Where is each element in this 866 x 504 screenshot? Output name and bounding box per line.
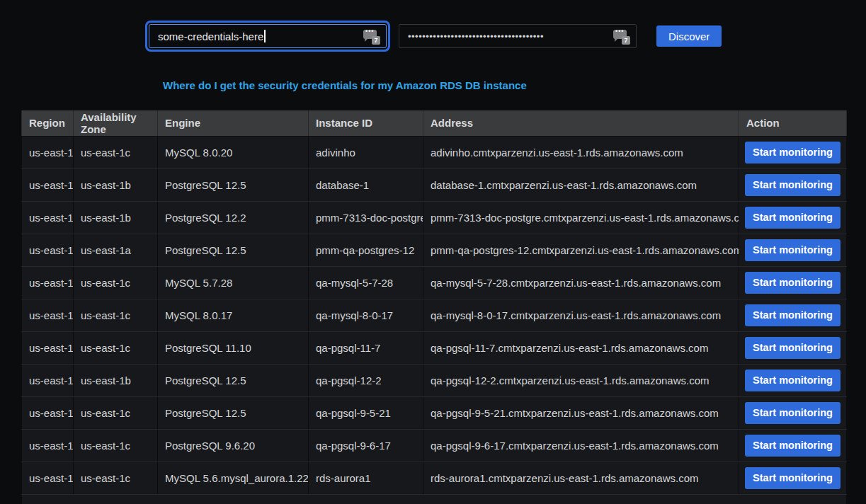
table-row: us-east-1 us-east-1c PostgreSQL 12.5 qa-… <box>22 396 847 429</box>
region-cell: us-east-1 <box>22 331 74 364</box>
start-monitoring-button[interactable]: Start monitoring <box>745 142 841 164</box>
instance-id-cell: qa-pgsql-9-6-17 <box>309 429 423 462</box>
engine-cell: PostgreSQL 11.10 <box>158 331 309 364</box>
engine-cell: MySQL 8.0.20 <box>158 136 309 168</box>
start-monitoring-button[interactable]: Start monitoring <box>745 239 841 261</box>
table-row: us-east-1 us-east-1c PostgreSQL 11.10 qa… <box>22 331 847 364</box>
action-cell: Start monitoring <box>739 136 847 168</box>
action-cell: Start monitoring <box>739 234 847 266</box>
availability-zone-cell: us-east-1a <box>74 234 158 266</box>
column-header-instance-id: Instance ID <box>309 110 423 136</box>
region-cell: us-east-1 <box>22 364 74 396</box>
availability-zone-cell: us-east-1c <box>74 299 158 331</box>
start-monitoring-button[interactable]: Start monitoring <box>745 304 841 326</box>
region-cell: us-east-1 <box>22 234 74 266</box>
availability-zone-cell: us-east-1b <box>74 168 158 201</box>
engine-cell: PostgreSQL 12.5 <box>158 234 309 266</box>
secret-key-input[interactable]: •••••••••••••••••••••••••••••••••••••• 7 <box>399 24 637 48</box>
secret-key-masked-value: •••••••••••••••••••••••••••••••••••••• <box>408 31 544 42</box>
address-cell: rds-aurora1.cmtxparzenzi.us-east-1.rds.a… <box>423 462 739 494</box>
rds-instances-table: Region Availability Zone Engine Instance… <box>21 110 847 504</box>
start-monitoring-button[interactable]: Start monitoring <box>745 337 841 359</box>
instance-id-cell: qa-mysql-8-0-17 <box>309 299 423 331</box>
engine-cell: PostgreSQL 12.5 <box>158 364 309 396</box>
instance-id-cell: adivinho <box>309 136 423 168</box>
action-cell: Start monitoring <box>739 201 847 234</box>
text-cursor <box>264 30 266 42</box>
instance-id-cell: qa-pgsql-12-2 <box>309 364 423 396</box>
start-monitoring-button[interactable]: Start monitoring <box>745 272 841 294</box>
rds-table-body: us-east-1 us-east-1c MySQL 8.0.20 adivin… <box>22 136 847 504</box>
address-cell: qa-pgsql-9-5-21.cmtxparzenzi.us-east-1.r… <box>423 396 739 429</box>
region-cell: us-east-1 <box>22 299 74 331</box>
autofill-extension-icon[interactable]: 7 <box>613 29 630 45</box>
availability-zone-cell: us-east-1b <box>74 364 158 396</box>
start-monitoring-button[interactable]: Start monitoring <box>745 435 841 457</box>
start-monitoring-button[interactable]: Start monitoring <box>745 370 841 391</box>
access-key-input[interactable]: some-credentials-here 7 <box>149 24 387 48</box>
table-row: us-east-1 us-east-1c PostgreSQL 9.6.20 q… <box>22 429 847 462</box>
instance-id-cell: pmm-7313-doc-postgre <box>309 201 423 234</box>
region-cell: us-east-1 <box>22 168 74 201</box>
table-row: us-east-1 us-east-1b PostgreSQL 12.5 qa-… <box>22 364 847 396</box>
action-cell: Start monitoring <box>739 429 847 462</box>
action-cell: Start monitoring <box>739 396 847 429</box>
address-cell: qa-mysql-8-0-17.cmtxparzenzi.us-east-1.r… <box>423 299 739 331</box>
action-cell: Start monitoring <box>739 168 847 201</box>
table-row: us-east-1 us-east-1b PostgreSQL 12.5 dat… <box>22 168 847 201</box>
access-key-value: some-credentials-here <box>158 30 263 42</box>
instance-id-cell: qa-pgsql-11-7 <box>309 331 423 364</box>
table-row: us-east-1 us-east-1b PostgreSQL 12.2 pmm… <box>22 201 847 234</box>
rds-discovery-page: some-credentials-here 7 ••••••••••••••••… <box>0 24 866 504</box>
instance-id-cell: qa-mysql-5-7-28 <box>309 266 423 299</box>
address-cell: qa-pgsql-9-6-17.cmtxparzenzi.us-east-1.r… <box>423 429 739 462</box>
availability-zone-cell: us-east-1c <box>74 462 158 494</box>
availability-zone-cell: us-east-1b <box>74 201 158 234</box>
partial-table-row <box>22 494 847 504</box>
table-row: us-east-1 us-east-1a PostgreSQL 12.5 pmm… <box>22 234 847 266</box>
table-row: us-east-1 us-east-1c MySQL 5.6.mysql_aur… <box>22 462 847 494</box>
address-cell: pmm-7313-doc-postgre.cmtxparzenzi.us-eas… <box>423 201 739 234</box>
credentials-help-link[interactable]: Where do I get the security credentials … <box>163 79 527 91</box>
availability-zone-cell: us-east-1c <box>74 266 158 299</box>
column-header-region: Region <box>22 110 74 136</box>
instance-id-cell: database-1 <box>309 168 423 201</box>
availability-zone-cell: us-east-1c <box>74 396 158 429</box>
region-cell: us-east-1 <box>22 136 74 168</box>
region-cell: us-east-1 <box>22 201 74 234</box>
engine-cell: PostgreSQL 12.5 <box>158 396 309 429</box>
discover-button[interactable]: Discover <box>656 25 722 47</box>
engine-cell: MySQL 5.6.mysql_aurora.1.22.2 <box>158 462 309 494</box>
address-cell: qa-mysql-5-7-28.cmtxparzenzi.us-east-1.r… <box>423 266 739 299</box>
address-cell: qa-pgsql-11-7.cmtxparzenzi.us-east-1.rds… <box>423 331 739 364</box>
address-cell: pmm-qa-postgres-12.cmtxparzenzi.us-east-… <box>423 234 739 266</box>
address-cell: database-1.cmtxparzenzi.us-east-1.rds.am… <box>423 168 739 201</box>
engine-cell: MySQL 5.7.28 <box>158 266 309 299</box>
engine-cell: PostgreSQL 12.2 <box>158 201 309 234</box>
start-monitoring-button[interactable]: Start monitoring <box>745 402 841 424</box>
action-cell: Start monitoring <box>739 266 847 299</box>
action-cell: Start monitoring <box>739 462 847 494</box>
start-monitoring-button[interactable]: Start monitoring <box>745 174 841 196</box>
column-header-engine: Engine <box>158 110 309 136</box>
start-monitoring-button[interactable]: Start monitoring <box>745 207 841 229</box>
start-monitoring-button[interactable]: Start monitoring <box>745 467 841 489</box>
action-cell: Start monitoring <box>739 364 847 396</box>
credentials-form: some-credentials-here 7 ••••••••••••••••… <box>149 24 866 48</box>
availability-zone-cell: us-east-1c <box>74 429 158 462</box>
engine-cell: PostgreSQL 12.5 <box>158 168 309 201</box>
table-row: us-east-1 us-east-1c MySQL 5.7.28 qa-mys… <box>22 266 847 299</box>
region-cell: us-east-1 <box>22 266 74 299</box>
autofill-extension-icon[interactable]: 7 <box>363 29 380 45</box>
column-header-address: Address <box>423 110 739 136</box>
action-cell: Start monitoring <box>739 299 847 331</box>
instance-id-cell: pmm-qa-postgres-12 <box>309 234 423 266</box>
table-row: us-east-1 us-east-1c MySQL 8.0.20 adivin… <box>22 136 847 168</box>
table-header: Region Availability Zone Engine Instance… <box>22 110 847 136</box>
instance-id-cell: rds-aurora1 <box>309 462 423 494</box>
engine-cell: PostgreSQL 9.6.20 <box>158 429 309 462</box>
action-cell: Start monitoring <box>739 331 847 364</box>
instance-id-cell: qa-pgsql-9-5-21 <box>309 396 423 429</box>
autofill-badge: 7 <box>622 36 630 45</box>
column-header-action: Action <box>739 110 847 136</box>
